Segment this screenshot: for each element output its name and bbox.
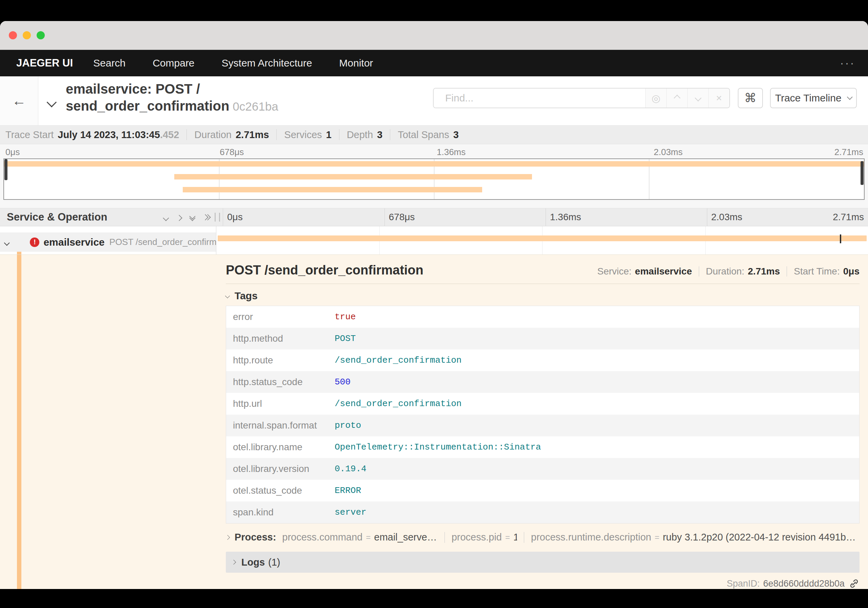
span-name-column: ! emailservice POST /send_order_confirma… bbox=[0, 226, 216, 255]
chevron-up-icon bbox=[674, 95, 680, 101]
process-label: Process: bbox=[235, 532, 276, 543]
find-box: ◎ × bbox=[433, 88, 730, 108]
nav-item-system-architecture[interactable]: System Architecture bbox=[222, 58, 312, 69]
trace-title-service: emailservice: POST / bbox=[66, 81, 200, 96]
chevron-down-icon bbox=[846, 94, 853, 100]
find-input[interactable] bbox=[434, 89, 645, 107]
span-detail-meta: Service: emailservice Duration: 2.71ms S… bbox=[597, 266, 860, 277]
back-button[interactable]: ← bbox=[0, 76, 38, 125]
find-clear-button[interactable]: × bbox=[708, 89, 729, 107]
process-runtime-description: process.runtime.description = ruby 3.1.2… bbox=[531, 532, 860, 543]
minimap-tick: 2.71ms bbox=[834, 147, 863, 157]
minimize-window-button[interactable] bbox=[23, 31, 31, 39]
chevron-down-icon bbox=[47, 97, 57, 107]
trace-view-dropdown-label: Trace Timeline bbox=[775, 92, 842, 104]
top-navbar: JAEGER UI Search Compare System Architec… bbox=[0, 50, 868, 76]
expand-one-button[interactable] bbox=[177, 212, 181, 222]
tag-row: otel.library.name OpenTelemetry::Instrum… bbox=[226, 436, 859, 458]
window-titlebar bbox=[0, 21, 868, 50]
jaeger-logo[interactable]: JAEGER UI bbox=[16, 57, 73, 69]
trace-minimap: 0μs 678μs 1.36ms 2.03ms 2.71ms bbox=[0, 144, 868, 208]
span-detail-header[interactable]: POST /send_order_confirmation Service: e… bbox=[226, 255, 860, 284]
minimap-tick: 2.03ms bbox=[654, 147, 682, 157]
trace-id-short: 0c261ba bbox=[232, 100, 278, 113]
meta-service: Service: emailservice bbox=[597, 266, 705, 277]
span-id-label: SpanID: bbox=[727, 578, 760, 589]
chevron-right-icon bbox=[226, 535, 230, 540]
maximize-window-button[interactable] bbox=[37, 31, 45, 39]
minimap-tick-labels: 0μs 678μs 1.36ms 2.03ms 2.71ms bbox=[0, 144, 868, 158]
tag-row: internal.span.format proto bbox=[226, 415, 859, 436]
app-window: JAEGER UI Search Compare System Architec… bbox=[0, 21, 868, 589]
nav-item-search[interactable]: Search bbox=[93, 58, 126, 69]
tag-row: http.method POST bbox=[226, 328, 859, 350]
tags-section-toggle[interactable]: Tags bbox=[226, 290, 860, 302]
minimap-span-bar bbox=[174, 174, 532, 179]
chevron-down-icon bbox=[695, 95, 702, 101]
tags-table: error true http.method POST http.route /… bbox=[226, 306, 860, 524]
keyboard-shortcuts-button[interactable]: ⌘ bbox=[738, 88, 763, 108]
span-detail-panel: POST /send_order_confirmation Service: e… bbox=[226, 255, 860, 589]
command-icon: ⌘ bbox=[744, 91, 756, 105]
trace-toolbar: ◎ × ⌘ Trace Timeline bbox=[433, 88, 857, 108]
nav-item-monitor[interactable]: Monitor bbox=[339, 58, 373, 69]
span-collapse-toggle[interactable] bbox=[5, 237, 9, 247]
chevron-down-icon bbox=[163, 215, 169, 221]
process-section-toggle[interactable]: Process: process.command = email_server.… bbox=[226, 532, 860, 543]
trace-collapse-toggle[interactable] bbox=[48, 92, 55, 109]
chevron-right-icon bbox=[176, 215, 182, 221]
summary-total-spans: Total Spans 3 bbox=[398, 129, 459, 140]
trace-page-header: ← emailservice: POST / send_order_confir… bbox=[0, 76, 868, 126]
minimap-span-bar bbox=[4, 161, 864, 166]
minimap-tick: 1.36ms bbox=[437, 147, 465, 157]
span-id-footer: SpanID: 6e8d660dddd28b0a bbox=[226, 578, 860, 589]
copy-link-icon[interactable] bbox=[849, 578, 860, 589]
logs-count: (1) bbox=[268, 557, 280, 568]
tag-row: http.url /send_order_confirmation bbox=[226, 393, 859, 415]
span-log-marker[interactable] bbox=[840, 235, 841, 243]
expand-all-button[interactable] bbox=[203, 215, 210, 219]
trace-title-operation: send_order_confirmation bbox=[66, 98, 229, 114]
span-detail-title: POST /send_order_confirmation bbox=[226, 263, 423, 278]
timeline-tick-header: 0μs 678μs 1.36ms 2.03ms 2.71ms bbox=[223, 208, 868, 226]
collapse-all-button[interactable] bbox=[190, 214, 195, 221]
tag-row: span.kind server bbox=[226, 501, 859, 523]
timeline-tick: 1.36ms bbox=[546, 208, 707, 226]
minimap-scrubber-left[interactable] bbox=[5, 159, 8, 180]
span-service-name: emailservice bbox=[43, 236, 104, 248]
service-color-strip bbox=[17, 255, 22, 589]
span-operation-name: POST /send_order_confirmation bbox=[110, 237, 216, 247]
logs-section-toggle[interactable]: Logs (1) bbox=[226, 552, 860, 573]
tag-row: http.route /send_order_confirmation bbox=[226, 350, 859, 371]
column-resizer[interactable] bbox=[215, 213, 220, 222]
chevron-down-icon bbox=[4, 240, 10, 246]
timeline-collapse-controls bbox=[164, 212, 210, 222]
trace-view-dropdown[interactable]: Trace Timeline bbox=[770, 88, 857, 108]
minimap-canvas[interactable] bbox=[3, 159, 865, 200]
find-prev-button[interactable] bbox=[666, 89, 687, 107]
minimap-scrubber-right[interactable] bbox=[860, 161, 863, 185]
meta-duration: Duration: 2.71ms bbox=[706, 266, 794, 277]
nav-overflow-icon[interactable]: ··· bbox=[840, 56, 855, 70]
timeline-tick: 0μs bbox=[223, 208, 384, 226]
trace-title: emailservice: POST / send_order_confirma… bbox=[66, 81, 278, 115]
close-window-button[interactable] bbox=[9, 31, 17, 39]
minimap-tick: 0μs bbox=[5, 147, 20, 157]
find-next-button[interactable] bbox=[687, 89, 708, 107]
locate-icon[interactable]: ◎ bbox=[645, 89, 666, 107]
span-detail-row: POST /send_order_confirmation Service: e… bbox=[0, 255, 868, 589]
timeline-tick: 678μs bbox=[384, 208, 546, 226]
nav-item-compare[interactable]: Compare bbox=[153, 58, 194, 69]
tag-row: error true bbox=[226, 306, 859, 328]
minimap-span-bar bbox=[183, 187, 482, 192]
span-id-value: 6e8d660dddd28b0a bbox=[763, 578, 845, 589]
tag-row: http.status_code 500 bbox=[226, 371, 859, 393]
timeline-header-left: Service & Operation bbox=[0, 208, 223, 226]
timeline-body: ! emailservice POST /send_order_confirma… bbox=[0, 226, 868, 255]
span-row-emailservice[interactable]: ! emailservice POST /send_order_confirma… bbox=[0, 232, 216, 252]
span-duration-bar[interactable] bbox=[218, 235, 866, 241]
timeline-tick: 2.71ms bbox=[833, 212, 864, 222]
chevron-right-icon bbox=[231, 560, 236, 564]
process-pid: process.pid = 1 bbox=[452, 532, 531, 543]
collapse-one-button[interactable] bbox=[164, 212, 168, 222]
